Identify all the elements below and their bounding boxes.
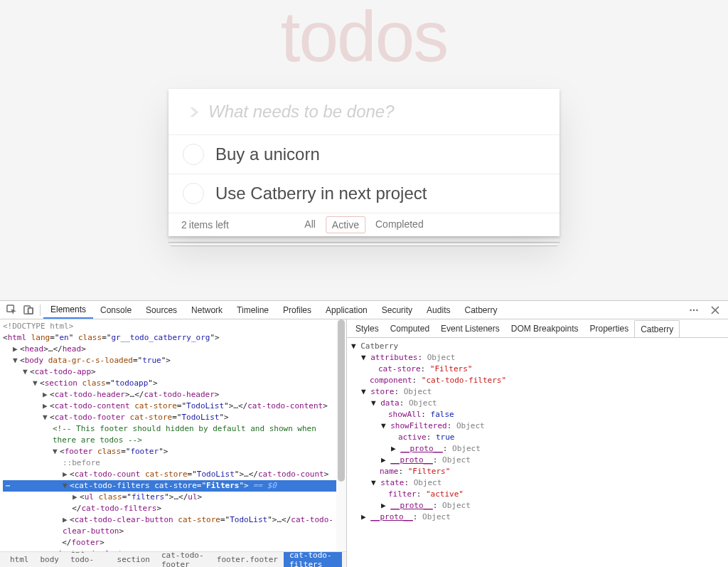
tab-elements[interactable]: Elements [43, 301, 93, 319]
crumb-section[interactable]: section [112, 553, 156, 566]
sidebar-panel: Styles Computed Event Listeners DOM Brea… [347, 319, 728, 567]
crumb-footer-comp[interactable]: cat-todo-footer [156, 551, 211, 567]
filter-completed[interactable]: Completed [370, 216, 429, 233]
tab-sources[interactable]: Sources [139, 301, 184, 319]
tab-timeline[interactable]: Timeline [230, 301, 276, 319]
crumb-app[interactable]: cat-todo-app [65, 551, 112, 567]
new-todo-input[interactable] [208, 97, 548, 126]
filter-list: All Active Completed [299, 216, 429, 233]
filter-active[interactable]: Active [326, 216, 365, 233]
tab-application[interactable]: Application [318, 301, 375, 319]
app-title: todos [0, 0, 728, 78]
items-left-count: 2 [181, 219, 187, 230]
side-tab-catberry[interactable]: Catberry [634, 320, 680, 338]
side-tab-event-listeners[interactable]: Event Listeners [435, 319, 505, 337]
items-left-text: items left [189, 219, 229, 230]
svg-point-4 [690, 309, 691, 310]
todo-checkbox[interactable] [183, 183, 204, 204]
catberry-props-panel[interactable]: ▼ Catberry ▼ attributes: Object cat-stor… [347, 338, 728, 567]
svg-rect-2 [28, 308, 33, 314]
devtools-main-tabs: Elements Console Sources Network Timelin… [43, 301, 504, 319]
more-icon[interactable] [685, 302, 702, 319]
todo-checkbox[interactable] [183, 144, 204, 165]
crumb-body[interactable]: body [35, 553, 65, 566]
dom-selected-node[interactable]: ⋯ ▼<cat-todo-filters cat-store="Filters"… [3, 480, 346, 492]
side-tab-properties[interactable]: Properties [584, 319, 634, 337]
inspect-element-icon[interactable] [3, 302, 20, 319]
crumb-filters[interactable]: cat-todo-filters [284, 551, 342, 567]
side-tab-styles[interactable]: Styles [350, 319, 385, 337]
device-toolbar-icon[interactable] [20, 302, 37, 319]
dom-scrollbar[interactable] [336, 319, 346, 551]
tab-network[interactable]: Network [184, 301, 230, 319]
dom-tree[interactable]: <!DOCTYPE html> <html lang="en" class="g… [0, 319, 346, 551]
devtools: Elements Console Sources Network Timelin… [0, 300, 728, 567]
app-viewport: todos ❯ Buy a unicorn Use Catberry in ne… [0, 0, 728, 300]
tab-catberry[interactable]: Catberry [457, 301, 504, 319]
side-tab-dom-breakpoints[interactable]: DOM Breakpoints [505, 319, 584, 337]
svg-point-5 [693, 309, 695, 310]
todo-item[interactable]: Buy a unicorn [168, 135, 560, 174]
devtools-toolbar: Elements Console Sources Network Timelin… [0, 301, 728, 319]
side-tab-computed[interactable]: Computed [385, 319, 435, 337]
tab-security[interactable]: Security [375, 301, 419, 319]
tab-console[interactable]: Console [93, 301, 139, 319]
todo-label: Buy a unicorn [215, 144, 320, 164]
todo-list: Buy a unicorn Use Catberry in next proje… [168, 135, 560, 213]
tab-audits[interactable]: Audits [419, 301, 457, 319]
new-todo-row: ❯ [168, 89, 560, 135]
todo-card: ❯ Buy a unicorn Use Catberry in next pro… [168, 89, 560, 236]
svg-point-6 [696, 309, 697, 310]
todo-item[interactable]: Use Catberry in next project [168, 174, 560, 213]
crumb-footer[interactable]: footer.footer [211, 553, 284, 566]
crumb-html[interactable]: html [4, 553, 35, 566]
tab-profiles[interactable]: Profiles [276, 301, 318, 319]
todo-footer: 2 items left All Active Completed [168, 213, 560, 236]
toggle-all-chevron-icon[interactable]: ❯ [180, 106, 208, 117]
sidebar-tabs: Styles Computed Event Listeners DOM Brea… [347, 319, 728, 338]
todo-label: Use Catberry in next project [215, 184, 427, 203]
filter-all[interactable]: All [299, 216, 321, 233]
elements-panel: <!DOCTYPE html> <html lang="en" class="g… [0, 319, 347, 567]
close-icon[interactable] [707, 302, 724, 319]
breadcrumb: html body cat-todo-app section cat-todo-… [0, 551, 346, 567]
